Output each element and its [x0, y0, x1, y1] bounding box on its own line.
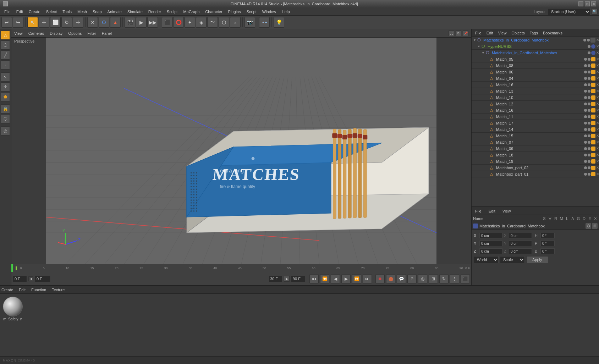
- viewport[interactable]: MATCHES extra long fire & flame quality: [11, 38, 471, 264]
- tree-item-match04[interactable]: ▷ △ Match_04 ✕: [472, 75, 599, 82]
- viewport-menu-filter[interactable]: Filter: [87, 31, 96, 35]
- render-dot[interactable]: [587, 39, 590, 42]
- maximize-button[interactable]: □: [585, 1, 590, 6]
- delete-icon[interactable]: ✕: [596, 38, 599, 42]
- viewport-pin-icon[interactable]: 📌: [463, 31, 468, 36]
- universal-tool-button[interactable]: ✛: [73, 17, 83, 28]
- tree-item-match18[interactable]: ▷ △ Match_18 ✕: [472, 152, 599, 158]
- viewport-sync-icon[interactable]: ⟳: [456, 31, 461, 36]
- b-angle-input[interactable]: [540, 248, 555, 254]
- material-item[interactable]: m_Safety_n: [3, 297, 23, 321]
- name-icon-2[interactable]: ⊞: [592, 223, 598, 229]
- point-mode-button[interactable]: ·: [1, 60, 10, 70]
- parent-axis-button[interactable]: ▲: [110, 17, 121, 28]
- tree-item-match07[interactable]: ▷ △ Match_07 ✕: [472, 139, 599, 145]
- nurbs-button[interactable]: ⬡: [219, 17, 229, 28]
- viewport-menu-view[interactable]: View: [14, 31, 23, 35]
- play-button[interactable]: ▶: [341, 274, 351, 283]
- tree-item-match12[interactable]: ▷ △ Match_12 ✕: [472, 101, 599, 107]
- menu-select[interactable]: Select: [43, 9, 60, 15]
- r1[interactable]: [588, 58, 590, 61]
- menu-animate[interactable]: Animate: [105, 9, 125, 15]
- menu-simulate[interactable]: Simulate: [125, 9, 145, 15]
- key-selected-button[interactable]: P: [407, 274, 417, 283]
- menu-character[interactable]: Character: [202, 9, 225, 15]
- render-button[interactable]: ▶: [136, 17, 147, 28]
- x-pos-input[interactable]: [479, 233, 502, 238]
- search-icon[interactable]: 🔍: [592, 9, 598, 15]
- menu-edit[interactable]: Edit: [13, 9, 26, 15]
- tree-item-match17[interactable]: ▷ △ Match_17 ✕: [472, 120, 599, 126]
- scale-tool-button[interactable]: ⬜: [50, 17, 61, 28]
- tree-item-match14[interactable]: ▷ △ Match_14 ✕: [472, 126, 599, 133]
- mat-texture-tab[interactable]: Texture: [52, 288, 65, 292]
- next-key-button[interactable]: ⏩: [352, 274, 361, 283]
- key-all-button[interactable]: 💬: [397, 274, 406, 283]
- transform-dropdown[interactable]: Scale Position Rotation: [500, 256, 525, 263]
- tree-item-match09[interactable]: ▷ △ Match_09 ✕: [472, 145, 599, 152]
- goto-start-button[interactable]: ⏮: [309, 274, 319, 283]
- camera-button[interactable]: 📷: [244, 17, 255, 28]
- mat-edit-tab[interactable]: Edit: [19, 288, 26, 292]
- close-button[interactable]: ✕: [591, 1, 596, 6]
- material-sphere[interactable]: [3, 297, 23, 316]
- sphere-button[interactable]: ⭕: [173, 17, 184, 28]
- attr-file-tab[interactable]: File: [473, 208, 484, 214]
- viewport-menu-cameras[interactable]: Cameras: [28, 31, 44, 35]
- check-dot2[interactable]: [591, 51, 595, 55]
- menu-file[interactable]: File: [1, 9, 13, 15]
- goto-end-button[interactable]: ⏭: [363, 274, 372, 283]
- render-to-po-button[interactable]: ▶▶: [147, 17, 158, 28]
- snap-button[interactable]: 🔒: [1, 104, 10, 114]
- tree-item-match15[interactable]: ▷ △ Match_15 ✕: [472, 133, 599, 139]
- move-tool-button[interactable]: ✛: [39, 17, 49, 28]
- spline-tool-button[interactable]: ◎: [1, 126, 10, 136]
- om-tags-tab[interactable]: Tags: [528, 30, 540, 36]
- object-tree-scroll[interactable]: ▼ ⬡ Matchsticks_in_Cardboard_Matchbox ✕ …: [472, 37, 599, 206]
- menu-mograph[interactable]: MoGraph: [180, 9, 202, 15]
- tree-item-matchbox-part02[interactable]: ▷ △ Matchbox_part_02 ✕: [472, 165, 599, 171]
- x1[interactable]: ✕: [596, 57, 599, 61]
- h-angle-input[interactable]: [540, 233, 555, 238]
- object-tool-button[interactable]: ↖: [1, 72, 10, 82]
- world-axis-button[interactable]: O: [99, 17, 109, 28]
- fps-input[interactable]: [268, 276, 282, 282]
- menu-snap[interactable]: Snap: [90, 9, 105, 15]
- fps-step-up[interactable]: ▶: [284, 276, 290, 282]
- timeline-playhead[interactable]: [11, 264, 13, 272]
- prev-key-button[interactable]: ⏪: [320, 274, 329, 283]
- frame-step-down[interactable]: ◄: [28, 276, 33, 281]
- key-mixed-button[interactable]: ⋮: [450, 274, 459, 283]
- tree-item-match13[interactable]: ▷ △ Match_13 ✕: [472, 88, 599, 94]
- render-view-button[interactable]: 🎬: [125, 17, 135, 28]
- edge-mode-button[interactable]: ╱: [1, 50, 10, 60]
- y-pos-input[interactable]: [479, 241, 502, 246]
- tree-item-match16a[interactable]: ▷ △ Match_16 ✕: [472, 82, 599, 88]
- tree-item-match19[interactable]: ▷ △ Match_19 ✕: [472, 158, 599, 165]
- deform-button[interactable]: ⬦: [230, 17, 241, 28]
- tree-item-match06[interactable]: ▷ △ Match_06 ✕: [472, 69, 599, 75]
- tree-item-match05[interactable]: ▷ △ Match_05 ✕: [472, 56, 599, 62]
- tweak-button[interactable]: ✛: [1, 82, 10, 92]
- z-pos-input[interactable]: [479, 248, 502, 254]
- end-frame-input[interactable]: [291, 276, 305, 282]
- tree-item-match10[interactable]: ▷ △ Match_10 ✕: [472, 94, 599, 101]
- current-frame-input[interactable]: [13, 276, 27, 282]
- light-toggle-button[interactable]: 💡: [274, 17, 284, 28]
- om-edit-tab[interactable]: Edit: [484, 30, 495, 36]
- layer-button[interactable]: ⬡: [1, 114, 10, 123]
- mat1[interactable]: [591, 57, 595, 61]
- viewport-menu-display[interactable]: Display: [50, 31, 62, 35]
- p-angle-input[interactable]: [540, 241, 555, 246]
- x-size-input[interactable]: [509, 233, 532, 238]
- cube-button[interactable]: ⬛: [162, 17, 172, 28]
- om-bookmarks-tab[interactable]: Bookmarks: [541, 30, 565, 36]
- y-size-input[interactable]: [509, 241, 532, 246]
- rotate-tool-button[interactable]: ↻: [61, 17, 72, 28]
- menu-create[interactable]: Create: [26, 9, 43, 15]
- spline-button[interactable]: 〜: [207, 17, 218, 28]
- key-position-button[interactable]: ◎: [418, 274, 427, 283]
- menu-script[interactable]: Script: [244, 9, 259, 15]
- del-icon[interactable]: ✕: [596, 44, 599, 48]
- tree-item-root[interactable]: ▼ ⬡ Matchsticks_in_Cardboard_Matchbox ✕: [472, 37, 599, 43]
